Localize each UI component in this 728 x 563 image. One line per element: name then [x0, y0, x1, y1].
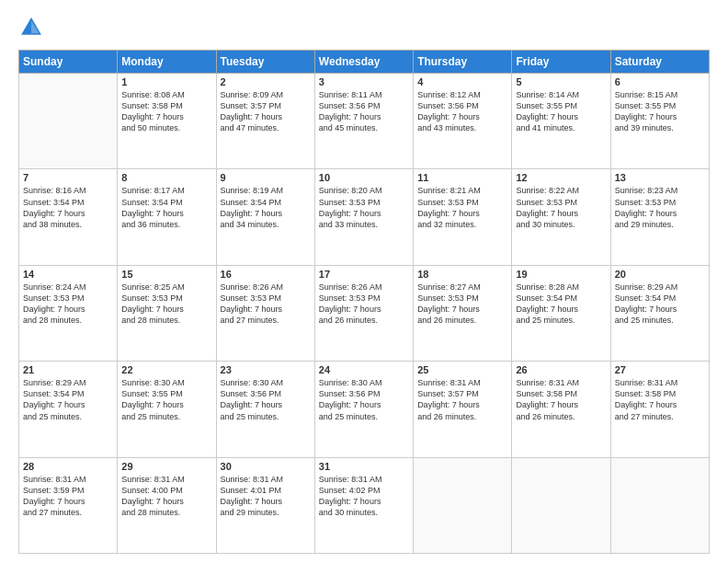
day-info: Sunrise: 8:31 AM Sunset: 4:01 PM Dayligh… [221, 474, 311, 519]
day-cell: 5Sunrise: 8:14 AM Sunset: 3:55 PM Daylig… [512, 74, 610, 169]
day-number: 14 [23, 269, 113, 280]
header-cell-friday: Friday [512, 51, 610, 74]
day-cell: 14Sunrise: 8:24 AM Sunset: 3:53 PM Dayli… [19, 265, 118, 361]
day-cell: 31Sunrise: 8:31 AM Sunset: 4:02 PM Dayli… [314, 457, 413, 553]
day-number: 2 [221, 76, 311, 87]
day-cell: 16Sunrise: 8:26 AM Sunset: 3:53 PM Dayli… [216, 265, 314, 361]
day-cell: 21Sunrise: 8:29 AM Sunset: 3:54 PM Dayli… [19, 362, 118, 457]
header-cell-wednesday: Wednesday [314, 51, 413, 74]
day-info: Sunrise: 8:25 AM Sunset: 3:53 PM Dayligh… [121, 282, 211, 327]
day-number: 7 [23, 172, 113, 183]
day-info: Sunrise: 8:12 AM Sunset: 3:56 PM Dayligh… [417, 89, 507, 134]
day-number: 30 [221, 461, 311, 472]
day-cell: 15Sunrise: 8:25 AM Sunset: 3:53 PM Dayli… [118, 265, 216, 361]
header-cell-sunday: Sunday [19, 51, 118, 74]
day-info: Sunrise: 8:24 AM Sunset: 3:53 PM Dayligh… [23, 282, 113, 327]
week-row-4: 21Sunrise: 8:29 AM Sunset: 3:54 PM Dayli… [19, 362, 710, 457]
day-cell: 26Sunrise: 8:31 AM Sunset: 3:58 PM Dayli… [512, 362, 610, 457]
day-cell: 22Sunrise: 8:30 AM Sunset: 3:55 PM Dayli… [118, 362, 216, 457]
day-info: Sunrise: 8:09 AM Sunset: 3:57 PM Dayligh… [221, 89, 311, 134]
day-cell: 7Sunrise: 8:16 AM Sunset: 3:54 PM Daylig… [19, 169, 118, 265]
calendar-header: SundayMondayTuesdayWednesdayThursdayFrid… [19, 51, 710, 74]
day-info: Sunrise: 8:08 AM Sunset: 3:58 PM Dayligh… [121, 89, 211, 134]
day-number: 29 [121, 461, 211, 472]
day-cell: 25Sunrise: 8:31 AM Sunset: 3:57 PM Dayli… [414, 362, 512, 457]
day-number: 21 [23, 364, 113, 375]
day-number: 16 [221, 269, 311, 280]
day-cell: 9Sunrise: 8:19 AM Sunset: 3:54 PM Daylig… [216, 169, 314, 265]
day-cell: 4Sunrise: 8:12 AM Sunset: 3:56 PM Daylig… [414, 74, 512, 169]
week-row-2: 7Sunrise: 8:16 AM Sunset: 3:54 PM Daylig… [19, 169, 710, 265]
day-cell: 12Sunrise: 8:22 AM Sunset: 3:53 PM Dayli… [512, 169, 610, 265]
day-number: 28 [23, 461, 113, 472]
day-info: Sunrise: 8:31 AM Sunset: 4:00 PM Dayligh… [121, 474, 211, 519]
day-cell: 20Sunrise: 8:29 AM Sunset: 3:54 PM Dayli… [610, 265, 709, 361]
day-info: Sunrise: 8:20 AM Sunset: 3:53 PM Dayligh… [319, 185, 409, 230]
day-cell: 28Sunrise: 8:31 AM Sunset: 3:59 PM Dayli… [19, 457, 118, 553]
day-info: Sunrise: 8:31 AM Sunset: 3:58 PM Dayligh… [516, 377, 606, 422]
day-number: 13 [615, 172, 705, 183]
logo [18, 15, 48, 40]
day-number: 31 [319, 461, 409, 472]
day-number: 20 [615, 269, 705, 280]
day-cell: 17Sunrise: 8:26 AM Sunset: 3:53 PM Dayli… [314, 265, 413, 361]
day-number: 18 [417, 269, 507, 280]
calendar-body: 1Sunrise: 8:08 AM Sunset: 3:58 PM Daylig… [19, 74, 710, 554]
day-number: 11 [417, 172, 507, 183]
day-number: 3 [319, 76, 409, 87]
day-info: Sunrise: 8:16 AM Sunset: 3:54 PM Dayligh… [23, 185, 113, 230]
day-number: 15 [121, 269, 211, 280]
day-info: Sunrise: 8:31 AM Sunset: 3:59 PM Dayligh… [23, 474, 113, 519]
day-cell: 13Sunrise: 8:23 AM Sunset: 3:53 PM Dayli… [610, 169, 709, 265]
day-number: 23 [221, 364, 311, 375]
day-info: Sunrise: 8:14 AM Sunset: 3:55 PM Dayligh… [516, 89, 606, 134]
day-info: Sunrise: 8:31 AM Sunset: 3:57 PM Dayligh… [417, 377, 507, 422]
day-number: 10 [319, 172, 409, 183]
day-info: Sunrise: 8:21 AM Sunset: 3:53 PM Dayligh… [417, 185, 507, 230]
day-cell: 19Sunrise: 8:28 AM Sunset: 3:54 PM Dayli… [512, 265, 610, 361]
header-row: SundayMondayTuesdayWednesdayThursdayFrid… [19, 51, 710, 74]
day-number: 6 [615, 76, 705, 87]
day-info: Sunrise: 8:11 AM Sunset: 3:56 PM Dayligh… [319, 89, 409, 134]
day-number: 4 [417, 76, 507, 87]
day-number: 27 [615, 364, 705, 375]
day-cell: 23Sunrise: 8:30 AM Sunset: 3:56 PM Dayli… [216, 362, 314, 457]
day-cell: 29Sunrise: 8:31 AM Sunset: 4:00 PM Dayli… [118, 457, 216, 553]
day-info: Sunrise: 8:30 AM Sunset: 3:56 PM Dayligh… [221, 377, 311, 422]
header [18, 15, 710, 40]
day-info: Sunrise: 8:15 AM Sunset: 3:55 PM Dayligh… [615, 89, 705, 134]
day-cell: 10Sunrise: 8:20 AM Sunset: 3:53 PM Dayli… [314, 169, 413, 265]
day-info: Sunrise: 8:29 AM Sunset: 3:54 PM Dayligh… [615, 282, 705, 327]
day-info: Sunrise: 8:30 AM Sunset: 3:55 PM Dayligh… [121, 377, 211, 422]
day-cell: 6Sunrise: 8:15 AM Sunset: 3:55 PM Daylig… [610, 74, 709, 169]
page: SundayMondayTuesdayWednesdayThursdayFrid… [0, 0, 728, 563]
day-info: Sunrise: 8:28 AM Sunset: 3:54 PM Dayligh… [516, 282, 606, 327]
day-cell [512, 457, 610, 553]
day-number: 9 [221, 172, 311, 183]
day-number: 24 [319, 364, 409, 375]
header-cell-tuesday: Tuesday [216, 51, 314, 74]
week-row-5: 28Sunrise: 8:31 AM Sunset: 3:59 PM Dayli… [19, 457, 710, 553]
day-info: Sunrise: 8:29 AM Sunset: 3:54 PM Dayligh… [23, 377, 113, 422]
day-number: 22 [121, 364, 211, 375]
week-row-1: 1Sunrise: 8:08 AM Sunset: 3:58 PM Daylig… [19, 74, 710, 169]
day-number: 19 [516, 269, 606, 280]
header-cell-saturday: Saturday [610, 51, 709, 74]
day-cell: 3Sunrise: 8:11 AM Sunset: 3:56 PM Daylig… [314, 74, 413, 169]
day-cell: 18Sunrise: 8:27 AM Sunset: 3:53 PM Dayli… [414, 265, 512, 361]
day-number: 1 [121, 76, 211, 87]
day-number: 17 [319, 269, 409, 280]
day-cell: 11Sunrise: 8:21 AM Sunset: 3:53 PM Dayli… [414, 169, 512, 265]
week-row-3: 14Sunrise: 8:24 AM Sunset: 3:53 PM Dayli… [19, 265, 710, 361]
day-cell: 2Sunrise: 8:09 AM Sunset: 3:57 PM Daylig… [216, 74, 314, 169]
day-cell [19, 74, 118, 169]
day-cell: 1Sunrise: 8:08 AM Sunset: 3:58 PM Daylig… [118, 74, 216, 169]
day-info: Sunrise: 8:27 AM Sunset: 3:53 PM Dayligh… [417, 282, 507, 327]
header-cell-thursday: Thursday [414, 51, 512, 74]
day-info: Sunrise: 8:22 AM Sunset: 3:53 PM Dayligh… [516, 185, 606, 230]
day-number: 25 [417, 364, 507, 375]
day-cell [414, 457, 512, 553]
day-info: Sunrise: 8:23 AM Sunset: 3:53 PM Dayligh… [615, 185, 705, 230]
day-cell: 27Sunrise: 8:31 AM Sunset: 3:58 PM Dayli… [610, 362, 709, 457]
day-info: Sunrise: 8:31 AM Sunset: 4:02 PM Dayligh… [319, 474, 409, 519]
